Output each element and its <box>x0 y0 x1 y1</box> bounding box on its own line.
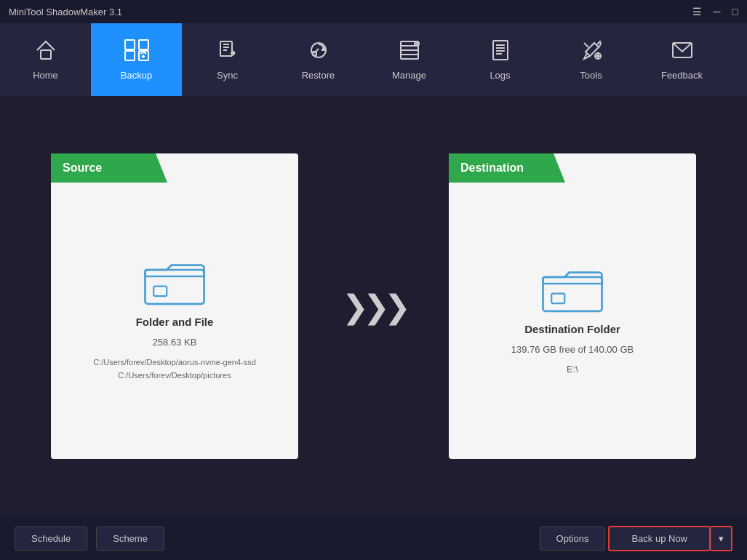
nav-manage[interactable]: Manage <box>364 23 455 96</box>
svg-line-20 <box>584 43 588 47</box>
minimize-icon[interactable]: ─ <box>714 6 721 17</box>
destination-free-space: 139.76 GB free of 140.00 GB <box>511 344 634 355</box>
nav-logs[interactable]: Logs <box>455 23 546 96</box>
source-folder-icon <box>142 252 207 307</box>
backup-dropdown-button[interactable]: ▾ <box>711 526 732 551</box>
backup-now-wrapper: Back up Now ▾ <box>608 526 732 551</box>
destination-card[interactable]: Destination Destination Folder 139.76 GB… <box>449 153 696 459</box>
window-controls: ☰ ─ □ <box>692 6 738 17</box>
nav-feedback-label: Feedback <box>661 70 703 81</box>
arrows: ❯❯❯ <box>342 288 405 325</box>
svg-rect-1 <box>125 40 135 49</box>
backup-now-button[interactable]: Back up Now <box>608 526 711 551</box>
nav-sync-label: Sync <box>217 70 238 81</box>
nav-tools[interactable]: Tools <box>546 23 636 96</box>
logs-icon <box>489 39 512 65</box>
feedback-icon <box>671 39 694 65</box>
svg-rect-2 <box>139 40 148 49</box>
nav-feedback[interactable]: Feedback <box>636 23 727 96</box>
sync-icon <box>216 39 239 65</box>
nav-tools-label: Tools <box>580 70 602 81</box>
source-title: Folder and File <box>136 316 214 328</box>
nav-backup-label: Backup <box>121 70 152 81</box>
restore-icon <box>307 39 330 65</box>
tools-icon <box>580 39 603 65</box>
nav-home-label: Home <box>33 70 58 81</box>
destination-folder-icon <box>540 260 605 314</box>
svg-rect-26 <box>153 286 167 296</box>
main-content: Source Folder and File 258.63 KB C:/User… <box>0 96 747 516</box>
footer: Schedule Scheme Options Back up Now ▾ <box>0 516 747 560</box>
nav-home[interactable]: Home <box>0 23 91 96</box>
svg-rect-0 <box>41 50 51 59</box>
home-icon <box>34 39 57 65</box>
schedule-button[interactable]: Schedule <box>15 527 87 551</box>
nav-logs-label: Logs <box>490 70 510 81</box>
nav-bar: Home Backup Sync <box>0 23 747 96</box>
manage-icon <box>398 39 421 65</box>
nav-restore-label: Restore <box>302 70 335 81</box>
svg-rect-3 <box>125 51 135 60</box>
source-size: 258.63 KB <box>153 337 197 348</box>
source-header: Source <box>51 153 167 183</box>
app-title: MiniTool ShadowMaker 3.1 <box>9 7 122 17</box>
destination-header: Destination <box>449 153 565 183</box>
backup-icon <box>124 39 150 65</box>
maximize-icon[interactable]: □ <box>732 6 738 17</box>
menu-icon[interactable]: ☰ <box>692 6 702 17</box>
nav-backup[interactable]: Backup <box>91 23 182 96</box>
title-bar: MiniTool ShadowMaker 3.1 ☰ ─ □ <box>0 0 747 23</box>
svg-rect-28 <box>551 294 564 304</box>
options-button[interactable]: Options <box>540 527 606 551</box>
source-card[interactable]: Source Folder and File 258.63 KB C:/User… <box>51 153 298 459</box>
nav-restore[interactable]: Restore <box>273 23 364 96</box>
destination-drive: E:\ <box>567 364 578 375</box>
source-paths: C:/Users/forev/Desktop/aorus-nvme-gen4-s… <box>93 356 256 382</box>
nav-sync[interactable]: Sync <box>182 23 273 96</box>
nav-manage-label: Manage <box>392 70 426 81</box>
destination-title: Destination Folder <box>524 323 620 335</box>
scheme-button[interactable]: Scheme <box>96 527 164 551</box>
footer-right: Options Back up Now ▾ <box>540 526 732 551</box>
